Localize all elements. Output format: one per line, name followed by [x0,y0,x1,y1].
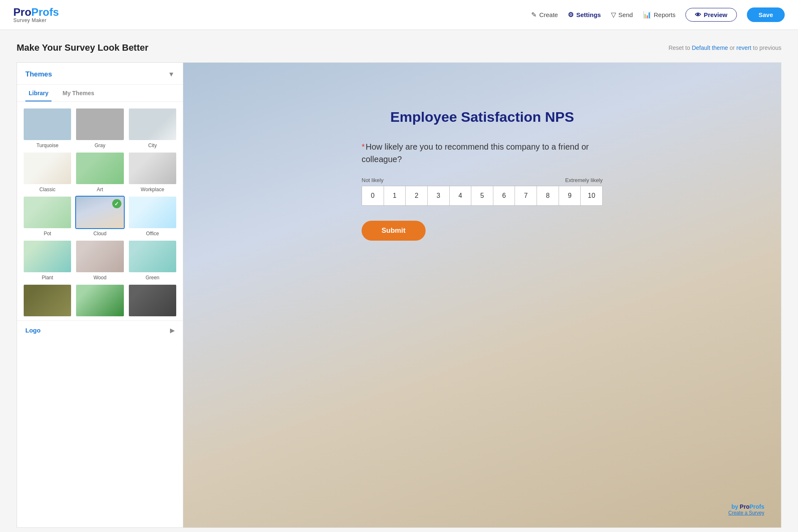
scale-end-label: Extremely likely [565,177,603,183]
theme-thumb-office [128,196,177,229]
theme-label-office: Office [146,231,159,236]
theme-label-art: Art [97,187,103,192]
scale-cell-9[interactable]: 9 [559,186,581,205]
theme-thumb-inner-darkgray [129,285,176,316]
scale-cell-7[interactable]: 7 [515,186,537,205]
logo-section-header[interactable]: Logo ▶ [25,327,175,334]
theme-thumb-workplace [128,152,177,185]
sidebar-title: Themes [25,70,52,79]
nav-reports-label: Reports [654,11,676,18]
theme-item-classic[interactable]: Classic [23,152,72,192]
scale-cell-4[interactable]: 4 [450,186,472,205]
theme-thumb-inner-olive [24,285,71,316]
theme-item-cloud[interactable]: ✓Cloud [75,196,124,236]
themes-grid: TurquoiseGrayCityClassicArtWorkplacePot✓… [17,102,183,320]
preview-button[interactable]: 👁 Preview [685,8,737,22]
powered-by-logo: by ProProfs [728,503,764,510]
revert-link[interactable]: revert [736,44,751,51]
theme-thumb-inner-turquoise [24,108,71,140]
scale-cell-0[interactable]: 0 [362,186,384,205]
theme-thumb-city [128,108,177,141]
survey-title: Employee Satisfaction NPS [362,108,603,126]
tab-library[interactable]: Library [25,85,52,101]
submit-button[interactable]: Submit [362,221,426,241]
scale-cell-3[interactable]: 3 [428,186,450,205]
sidebar-header: Themes ▼ [17,63,183,85]
theme-label-cloud: Cloud [94,231,106,236]
logo: ProProfs Survey Maker [13,6,59,24]
nav-create[interactable]: ✎ Create [531,11,558,19]
theme-thumb-olive [23,284,72,317]
theme-thumb-inner-leaf [76,285,123,316]
theme-item-workplace[interactable]: Workplace [128,152,177,192]
theme-item-gray[interactable]: Gray [75,108,124,148]
create-icon: ✎ [531,11,537,19]
theme-thumb-inner-workplace [129,153,176,184]
nav-settings[interactable]: ⚙ Settings [568,11,601,19]
theme-thumb-pot [23,196,72,229]
theme-item-olive[interactable] [23,284,72,317]
tab-my-themes[interactable]: My Themes [59,85,97,101]
sidebar-tabs: Library My Themes [17,85,183,102]
theme-thumb-plant [23,240,72,273]
powered-by: by ProProfs Create a Survey [728,503,764,516]
create-survey-link[interactable]: Create a Survey [728,510,764,516]
preview-area: Employee Satisfaction NPS *How likely ar… [183,62,781,528]
sidebar-arrow-icon[interactable]: ▼ [168,71,175,78]
theme-item-turquoise[interactable]: Turquoise [23,108,72,148]
theme-item-leaf[interactable] [75,284,124,317]
scale-cell-2[interactable]: 2 [406,186,428,205]
logo-section-arrow-icon: ▶ [170,327,175,334]
theme-label-classic: Classic [39,187,56,192]
theme-item-plant[interactable]: Plant [23,240,72,281]
page-title: Make Your Survey Look Better [17,42,148,53]
theme-thumb-cloud: ✓ [75,196,124,229]
scale-cell-10[interactable]: 10 [581,186,602,205]
save-button[interactable]: Save [747,7,785,22]
theme-label-green: Green [145,275,159,281]
logo-text: ProProfs [13,6,59,18]
theme-item-pot[interactable]: Pot [23,196,72,236]
theme-thumb-inner-city [129,108,176,140]
scale-cell-6[interactable]: 6 [493,186,515,205]
theme-item-green[interactable]: Green [128,240,177,281]
theme-thumb-inner-office [129,197,176,228]
main-layout: Themes ▼ Library My Themes TurquoiseGray… [17,62,781,528]
scale-row: 012345678910 [362,186,603,206]
theme-item-office[interactable]: Office [128,196,177,236]
theme-thumb-inner-gray [76,108,123,140]
required-star: * [362,142,365,151]
theme-label-pot: Pot [44,231,51,236]
nav-send[interactable]: ▽ Send [611,11,633,19]
theme-thumb-inner-green [129,241,176,272]
theme-check-icon: ✓ [112,199,121,208]
theme-thumb-inner-art [76,153,123,184]
theme-item-wood[interactable]: Wood [75,240,124,281]
nav-reports[interactable]: 📊 Reports [643,11,676,19]
send-icon: ▽ [611,11,616,19]
reset-text: Reset to Default theme or revert to prev… [668,44,781,51]
theme-thumb-turquoise [23,108,72,141]
theme-label-turquoise: Turquoise [37,143,59,148]
default-theme-link[interactable]: Default theme [692,44,728,51]
scale-labels: Not likely Extremely likely [362,177,603,183]
theme-thumb-green [128,240,177,273]
nav-settings-label: Settings [576,11,601,18]
scale-start-label: Not likely [362,177,384,183]
theme-label-city: City [148,143,157,148]
page-content: Make Your Survey Look Better Reset to De… [0,30,798,532]
theme-item-darkgray[interactable] [128,284,177,317]
theme-item-art[interactable]: Art [75,152,124,192]
scale-cell-1[interactable]: 1 [384,186,406,205]
theme-thumb-gray [75,108,124,141]
reports-icon: 📊 [643,11,651,19]
settings-icon: ⚙ [568,11,574,19]
theme-item-city[interactable]: City [128,108,177,148]
page-header: Make Your Survey Look Better Reset to De… [17,42,781,53]
sidebar: Themes ▼ Library My Themes TurquoiseGray… [17,62,183,528]
header: ProProfs Survey Maker ✎ Create ⚙ Setting… [0,0,798,30]
scale-cell-5[interactable]: 5 [471,186,493,205]
scale-cell-8[interactable]: 8 [537,186,559,205]
logo-section-title: Logo [25,327,41,334]
theme-label-gray: Gray [94,143,105,148]
